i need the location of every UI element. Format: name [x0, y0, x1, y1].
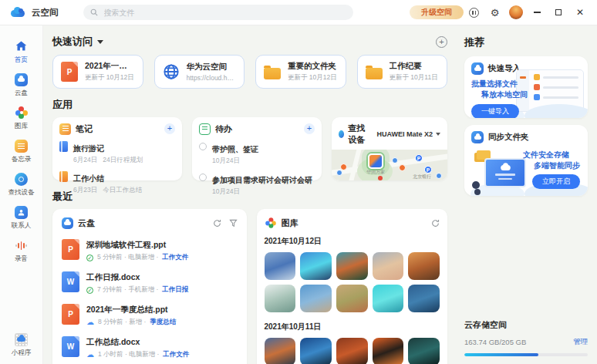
- photo-thumbnail[interactable]: [408, 338, 440, 364]
- sync-illustration: [472, 150, 528, 190]
- map-poi-marker: [399, 164, 406, 171]
- add-todo-button[interactable]: [304, 123, 315, 134]
- memo-icon: [15, 139, 29, 153]
- map-poi-marker: [340, 163, 347, 170]
- photo-thumbnail[interactable]: [408, 252, 440, 280]
- sidebar-item-contacts[interactable]: 联系人: [0, 205, 42, 231]
- photo-thumbnail[interactable]: [265, 338, 296, 364]
- gallery-grid: [265, 252, 440, 312]
- recent-gallery-card: 图库 2021年10月12日: [257, 209, 448, 364]
- gallery-flower-icon: [15, 106, 29, 120]
- window-close-button[interactable]: ✕: [569, 2, 591, 22]
- folder-icon: [366, 68, 383, 79]
- todo-list-item[interactable]: 参加项目需求研讨会研讨会研 10月24日: [199, 172, 315, 197]
- note-list-item[interactable]: 工作小结 6月23日今日工作总结: [59, 170, 175, 195]
- sidebar-item-cloud-drive[interactable]: 云盘: [0, 72, 42, 98]
- file-row[interactable]: 工作日报.docx 7 分钟前 · 手机新增 · 工作日报: [62, 269, 238, 295]
- recorder-waveform-icon: [15, 238, 29, 252]
- file-row[interactable]: 深圳地域软件工程.ppt 5 分钟前 · 电脑新增 · 工作文件: [62, 237, 238, 262]
- search-input[interactable]: [103, 8, 346, 18]
- photo-thumbnail[interactable]: [373, 338, 404, 364]
- left-nav: 首页 云盘 图库 备忘录 查找设备 联系人: [0, 25, 43, 364]
- transfer-list-icon[interactable]: [464, 2, 484, 22]
- add-note-button[interactable]: [164, 123, 175, 134]
- file-tag[interactable]: 工作文件: [163, 350, 189, 359]
- gallery-date-heading: 2021年10月11日: [265, 322, 440, 332]
- search-bar[interactable]: [83, 5, 353, 20]
- storage-usage: 163.74 GB/205 GB: [464, 338, 526, 346]
- photo-thumbnail[interactable]: [300, 252, 332, 280]
- home-icon: [15, 39, 29, 53]
- quick-access-card[interactable]: 华为云空间 https://cloud.huaw...: [154, 55, 245, 89]
- file-row[interactable]: 工作总结.docx 1 小时前 · 电脑新增 · 工作文件: [62, 334, 238, 359]
- file-tag[interactable]: 工作文件: [162, 253, 188, 262]
- sidebar-item-home[interactable]: 首页: [0, 39, 42, 65]
- sync-status-icon: [86, 254, 93, 261]
- quick-access-card[interactable]: 重要的文件夹 更新于 10月12日: [255, 55, 346, 89]
- file-type-icon: [62, 271, 79, 292]
- photo-thumbnail[interactable]: [373, 252, 404, 280]
- folder-icon: [264, 68, 281, 79]
- quick-access-card[interactable]: 工作纪要 更新于 10月11日: [357, 55, 448, 89]
- user-avatar[interactable]: [505, 2, 526, 22]
- photo-thumbnail[interactable]: [265, 252, 296, 280]
- todo-app-icon: [199, 123, 211, 135]
- add-quick-access-button[interactable]: [436, 36, 447, 48]
- photo-thumbnail[interactable]: [336, 338, 368, 364]
- apps-title: 应用: [52, 98, 73, 112]
- recent-title: 最近: [52, 190, 73, 204]
- photo-thumbnail[interactable]: [265, 285, 296, 312]
- todo-checkbox[interactable]: [199, 143, 207, 150]
- filter-icon[interactable]: [229, 219, 238, 228]
- photo-thumbnail[interactable]: [408, 285, 440, 312]
- refresh-icon[interactable]: [213, 219, 221, 228]
- contacts-icon: [15, 205, 29, 219]
- chevron-down-icon: [436, 133, 440, 136]
- file-tag[interactable]: 工作日报: [162, 285, 188, 295]
- refresh-icon[interactable]: [431, 219, 440, 228]
- settings-gear-icon[interactable]: ⚙: [484, 2, 505, 22]
- enable-now-button[interactable]: 立即开启: [532, 174, 580, 189]
- map-poi-marker: [336, 170, 342, 176]
- titlebar: 云空间 升级空间 ⚙ ✕: [0, 0, 597, 25]
- notebook-icon: [59, 141, 68, 152]
- one-key-import-button[interactable]: 一键导入: [471, 104, 519, 118]
- todo-checkbox[interactable]: [199, 174, 207, 181]
- sidebar-item-mini-programs[interactable]: 小程序: [0, 332, 42, 358]
- todo-list-item[interactable]: 带护照、签证 10月24日: [199, 141, 315, 166]
- window-maximize-button[interactable]: [548, 2, 569, 22]
- device-selector-dropdown[interactable]: HUAWEI Mate X2: [376, 130, 440, 138]
- photo-thumbnail[interactable]: [336, 252, 368, 280]
- notes-app-icon: [59, 123, 71, 135]
- sync-folder-promo-card: 同步文件夹 文件安全存储 多端智能同步 立即开启: [464, 125, 588, 196]
- photo-thumbnail[interactable]: [373, 285, 404, 312]
- recent-drive-card: 云盘 深圳地域软件工程.ppt 5 分钟前 · 电脑新增 ·: [52, 209, 247, 364]
- sidebar-item-gallery[interactable]: 图库: [0, 106, 42, 131]
- sidebar-item-recorder[interactable]: 录音: [0, 238, 42, 264]
- photo-thumbnail[interactable]: [300, 338, 332, 364]
- photo-thumbnail[interactable]: [336, 285, 368, 312]
- sidebar-item-memo[interactable]: 备忘录: [0, 139, 42, 164]
- sidebar-item-find-device[interactable]: 查找设备: [0, 172, 42, 197]
- cloud-space-window: 云空间 升级空间 ⚙ ✕ 首页 云盘: [0, 0, 597, 364]
- note-list-item[interactable]: 旅行游记 6月24日24日行程规划: [59, 140, 175, 165]
- photo-thumbnail[interactable]: [300, 285, 332, 312]
- device-location-map[interactable]: 华润万家 北京银行: [332, 150, 447, 180]
- window-minimize-button[interactable]: [526, 2, 548, 22]
- file-type-icon: [62, 336, 79, 357]
- quick-access-card[interactable]: 2021年一季度总... 更新于 10月12日: [52, 55, 143, 89]
- manage-storage-link[interactable]: 管理: [573, 337, 588, 347]
- device-location-marker[interactable]: [368, 153, 383, 169]
- upgrade-space-button[interactable]: 升级空间: [410, 5, 464, 19]
- map-poi-marker: [392, 157, 398, 163]
- todo-card: 待办 带护照、签证 10月24日 参加项目需求研讨会研讨会研: [192, 117, 322, 180]
- file-row[interactable]: 2021年一季度总结.ppt 8 分钟前 · 新增 · 季度总结: [62, 302, 238, 327]
- storage-progress-fill: [464, 353, 538, 356]
- quick-access-title[interactable]: 快速访问: [52, 35, 93, 49]
- cloud-drive-icon: [62, 217, 73, 229]
- file-type-icon: [62, 304, 79, 325]
- find-device-icon: [15, 172, 29, 186]
- file-tag[interactable]: 季度总结: [150, 318, 176, 327]
- find-device-card: 查找设备 HUAWEI Mate X2: [332, 117, 447, 180]
- chevron-down-icon: [97, 40, 103, 44]
